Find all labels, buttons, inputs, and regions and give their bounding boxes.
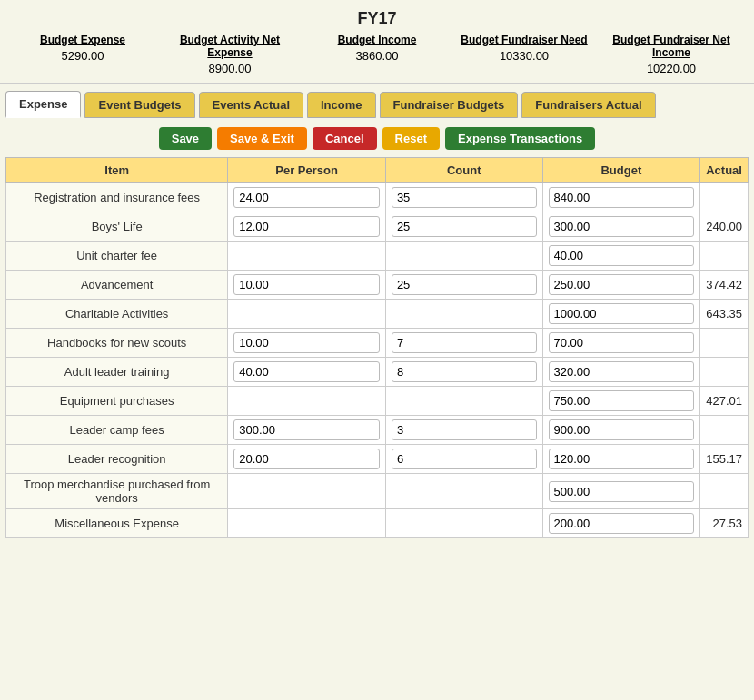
summary-item: Budget Fundraiser Need10330.00 <box>451 34 598 63</box>
budget-input[interactable] <box>549 419 695 440</box>
count-input[interactable] <box>392 449 537 469</box>
table-row: Boys' Life240.00 <box>6 212 749 242</box>
per-person-cell[interactable] <box>228 212 386 242</box>
actual-cell: 643.35 <box>700 300 749 329</box>
summary-item: Budget Income3860.00 <box>303 34 451 63</box>
count-cell[interactable] <box>385 358 542 387</box>
save-button[interactable]: Save <box>159 127 212 150</box>
per-person-cell[interactable] <box>228 387 386 416</box>
per-person-cell[interactable] <box>228 358 386 387</box>
per-person-input[interactable] <box>233 361 380 382</box>
count-cell[interactable] <box>385 329 542 358</box>
count-cell[interactable] <box>385 416 542 445</box>
per-person-input[interactable] <box>233 187 380 208</box>
budget-cell[interactable] <box>542 509 700 538</box>
budget-cell[interactable] <box>542 445 700 474</box>
budget-input[interactable] <box>549 216 695 237</box>
summary-value: 3860.00 <box>303 46 451 63</box>
col-header-item: Item <box>6 158 228 183</box>
actual-cell <box>700 183 749 212</box>
tab-events-actual[interactable]: Events Actual <box>199 92 304 118</box>
tab-fundraiser-budgets[interactable]: Fundraiser Budgets <box>380 92 519 118</box>
count-cell[interactable] <box>385 183 542 212</box>
per-person-cell[interactable] <box>228 416 386 445</box>
per-person-cell[interactable] <box>228 300 386 329</box>
budget-cell[interactable] <box>542 474 700 509</box>
budget-input[interactable] <box>549 513 695 534</box>
budget-input[interactable] <box>549 274 695 295</box>
count-cell[interactable] <box>385 212 542 242</box>
summary-label: Budget Fundraiser Need <box>451 34 598 46</box>
tab-event-budgets[interactable]: Event Budgets <box>84 92 194 118</box>
per-person-input[interactable] <box>233 274 380 295</box>
budget-input[interactable] <box>549 303 695 324</box>
count-input[interactable] <box>392 187 537 208</box>
table-row: Adult leader training <box>6 358 749 387</box>
actual-cell <box>700 358 749 387</box>
count-cell[interactable] <box>385 242 542 271</box>
budget-input[interactable] <box>549 245 695 266</box>
item-cell: Troop merchandise purchased from vendors <box>6 474 228 509</box>
per-person-input[interactable] <box>233 419 380 440</box>
per-person-cell[interactable] <box>228 329 386 358</box>
per-person-cell[interactable] <box>228 445 386 474</box>
budget-cell[interactable] <box>542 242 700 271</box>
count-cell[interactable] <box>385 300 542 329</box>
per-person-cell[interactable] <box>228 509 386 538</box>
per-person-cell[interactable] <box>228 183 386 212</box>
count-cell[interactable] <box>385 474 542 509</box>
budget-input[interactable] <box>549 361 695 382</box>
budget-input[interactable] <box>549 449 695 469</box>
budget-cell[interactable] <box>542 329 700 358</box>
count-input[interactable] <box>392 332 537 353</box>
item-cell: Miscellaneous Expense <box>6 509 228 538</box>
count-input[interactable] <box>392 419 537 440</box>
budget-input[interactable] <box>549 332 695 353</box>
per-person-input[interactable] <box>233 332 380 353</box>
table-wrap: ItemPer PersonCountBudgetActual Registra… <box>0 157 754 538</box>
table-row: Unit charter fee <box>6 242 749 271</box>
summary-value: 10220.00 <box>598 59 745 75</box>
budget-cell[interactable] <box>542 416 700 445</box>
budget-cell[interactable] <box>542 358 700 387</box>
summary-value: 8900.00 <box>156 59 303 75</box>
item-cell: Handbooks for new scouts <box>6 329 228 358</box>
count-input[interactable] <box>392 274 537 295</box>
table-row: Leader camp fees <box>6 416 749 445</box>
per-person-cell[interactable] <box>228 474 386 509</box>
budget-input[interactable] <box>549 481 695 502</box>
summary-value: 5290.00 <box>9 46 156 63</box>
budget-cell[interactable] <box>542 300 700 329</box>
count-input[interactable] <box>392 216 537 237</box>
tab-expense[interactable]: Expense <box>5 91 81 118</box>
count-cell[interactable] <box>385 387 542 416</box>
per-person-input[interactable] <box>233 449 380 469</box>
cancel-button[interactable]: Cancel <box>313 127 377 150</box>
count-cell[interactable] <box>385 509 542 538</box>
per-person-cell[interactable] <box>228 271 386 300</box>
budget-cell[interactable] <box>542 271 700 300</box>
save-exit-button[interactable]: Save & Exit <box>217 127 307 150</box>
table-row: Handbooks for new scouts <box>6 329 749 358</box>
actual-cell <box>700 416 749 445</box>
tabs-row[interactable]: ExpenseEvent BudgetsEvents ActualIncomeF… <box>0 84 754 122</box>
per-person-cell[interactable] <box>228 242 386 271</box>
budget-cell[interactable] <box>542 212 700 242</box>
count-input[interactable] <box>392 361 537 382</box>
actual-cell: 155.17 <box>700 445 749 474</box>
summary-row: Budget Expense5290.00Budget Activity Net… <box>0 34 754 84</box>
budget-input[interactable] <box>549 187 695 208</box>
page-title: FY17 <box>0 0 754 34</box>
budget-cell[interactable] <box>542 387 700 416</box>
per-person-input[interactable] <box>233 216 380 237</box>
count-cell[interactable] <box>385 271 542 300</box>
actual-cell <box>700 329 749 358</box>
expense-transactions-button[interactable]: Expense Transactions <box>445 127 595 150</box>
budget-cell[interactable] <box>542 183 700 212</box>
tab-fundraisers-actual[interactable]: Fundraisers Actual <box>521 92 655 118</box>
count-cell[interactable] <box>385 445 542 474</box>
actual-cell: 427.01 <box>700 387 749 416</box>
reset-button[interactable]: Reset <box>382 127 440 150</box>
tab-income[interactable]: Income <box>307 92 376 118</box>
budget-input[interactable] <box>549 390 695 411</box>
